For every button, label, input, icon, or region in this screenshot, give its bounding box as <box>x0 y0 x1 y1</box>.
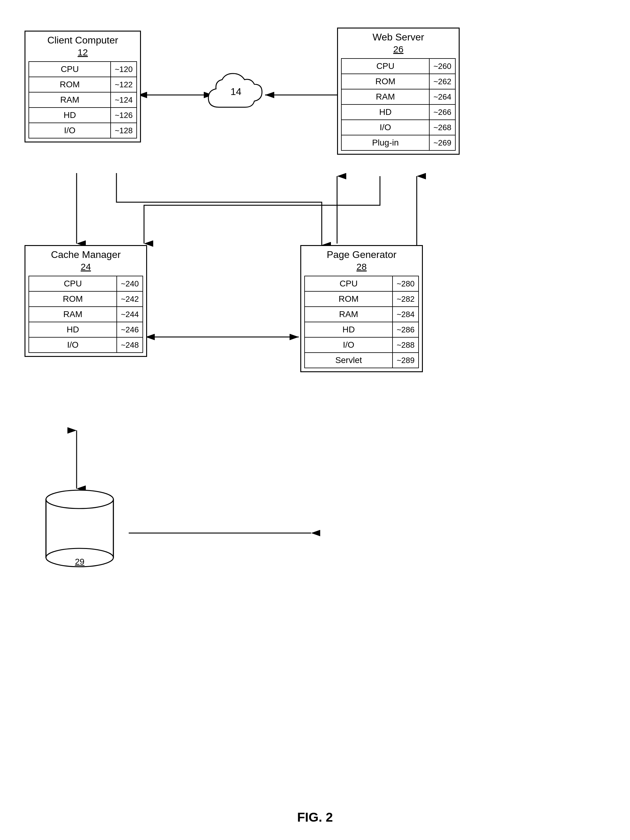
web-server-id: 26 <box>341 44 456 55</box>
client-ram-label: RAM <box>29 93 111 107</box>
ws-ram-row: RAM ~264 <box>342 90 455 105</box>
cache-manager-title: Cache Manager <box>28 249 143 261</box>
figure-label: FIG. 2 <box>297 810 333 825</box>
cm-cpu-label: CPU <box>29 276 117 291</box>
ws-hd-ref: ~266 <box>429 105 455 120</box>
web-server-title: Web Server <box>341 32 456 43</box>
ws-ram-ref: ~264 <box>429 90 455 104</box>
cm-ram-ref: ~244 <box>117 307 142 322</box>
client-cpu-label: CPU <box>29 62 111 77</box>
pg-ram-ref: ~284 <box>393 307 418 322</box>
cm-hd-label: HD <box>29 322 117 337</box>
cm-io-ref: ~248 <box>117 338 142 352</box>
ws-cpu-ref: ~260 <box>429 59 455 74</box>
client-rom-ref: ~122 <box>111 77 136 92</box>
ws-rom-label: ROM <box>342 74 429 89</box>
web-server-table: CPU ~260 ROM ~262 RAM ~264 HD ~266 I/O ~… <box>341 58 456 151</box>
client-hd-row: HD ~126 <box>29 108 136 123</box>
pg-io-label: I/O <box>305 338 393 352</box>
client-computer-box: Client Computer 12 CPU ~120 ROM ~122 RAM… <box>25 31 141 142</box>
ws-io-row: I/O ~268 <box>342 120 455 136</box>
page-generator-title: Page Generator <box>304 249 419 261</box>
client-io-label: I/O <box>29 123 111 138</box>
cache-manager-table: CPU ~240 ROM ~242 RAM ~244 HD ~246 I/O ~… <box>28 276 143 353</box>
pg-ram-row: RAM ~284 <box>305 307 418 322</box>
client-computer-title: Client Computer <box>28 35 137 46</box>
network-cloud: 14 <box>202 64 270 126</box>
pg-servlet-label: Servlet <box>305 353 393 368</box>
pg-cpu-label: CPU <box>305 276 393 291</box>
ws-plugin-ref: ~269 <box>429 136 455 150</box>
svg-text:14: 14 <box>231 86 242 97</box>
cm-rom-label: ROM <box>29 292 117 306</box>
cm-io-label: I/O <box>29 338 117 352</box>
ws-io-label: I/O <box>342 120 429 135</box>
client-cpu-ref: ~120 <box>111 62 136 77</box>
cm-rom-row: ROM ~242 <box>29 292 142 307</box>
diagram-container: Client Computer 12 CPU ~120 ROM ~122 RAM… <box>12 12 618 815</box>
cache-manager-box: Cache Manager 24 CPU ~240 ROM ~242 RAM ~… <box>25 245 147 357</box>
pg-rom-label: ROM <box>305 292 393 306</box>
client-ram-ref: ~124 <box>111 93 136 107</box>
cm-rom-ref: ~242 <box>117 292 142 306</box>
database-id: 29 <box>75 557 84 567</box>
client-computer-table: CPU ~120 ROM ~122 RAM ~124 HD ~126 I/O ~… <box>28 61 137 139</box>
pg-cpu-row: CPU ~280 <box>305 276 418 292</box>
client-hd-ref: ~126 <box>111 108 136 123</box>
pg-cpu-ref: ~280 <box>393 276 418 291</box>
ws-rom-ref: ~262 <box>429 74 455 89</box>
ws-ram-label: RAM <box>342 90 429 104</box>
ws-hd-row: HD ~266 <box>342 105 455 120</box>
svg-point-15 <box>46 490 114 508</box>
client-io-ref: ~128 <box>111 123 136 138</box>
pg-rom-ref: ~282 <box>393 292 418 306</box>
cloud-svg: 14 <box>202 64 270 126</box>
page-generator-box: Page Generator 28 CPU ~280 ROM ~282 RAM … <box>300 245 423 372</box>
cm-io-row: I/O ~248 <box>29 338 142 352</box>
pg-ram-label: RAM <box>305 307 393 322</box>
cm-ram-row: RAM ~244 <box>29 307 142 322</box>
pg-rom-row: ROM ~282 <box>305 292 418 307</box>
cache-manager-id: 24 <box>28 262 143 272</box>
client-hd-label: HD <box>29 108 111 123</box>
ws-cpu-row: CPU ~260 <box>342 59 455 74</box>
pg-hd-label: HD <box>305 322 393 337</box>
ws-plugin-label: Plug-in <box>342 136 429 150</box>
client-io-row: I/O ~128 <box>29 123 136 138</box>
pg-hd-ref: ~286 <box>393 322 418 337</box>
page-generator-table: CPU ~280 ROM ~282 RAM ~284 HD ~286 I/O ~… <box>304 276 419 368</box>
ws-hd-label: HD <box>342 105 429 120</box>
client-computer-id: 12 <box>28 47 137 58</box>
cm-hd-row: HD ~246 <box>29 322 142 338</box>
client-rom-label: ROM <box>29 77 111 92</box>
client-rom-row: ROM ~122 <box>29 77 136 93</box>
ws-cpu-label: CPU <box>342 59 429 74</box>
page-generator-id: 28 <box>304 262 419 272</box>
pg-io-ref: ~288 <box>393 338 418 352</box>
web-server-box: Web Server 26 CPU ~260 ROM ~262 RAM ~264… <box>337 28 459 155</box>
ws-plugin-row: Plug-in ~269 <box>342 136 455 150</box>
client-cpu-row: CPU ~120 <box>29 62 136 77</box>
client-ram-row: RAM ~124 <box>29 93 136 108</box>
ws-rom-row: ROM ~262 <box>342 74 455 90</box>
pg-hd-row: HD ~286 <box>305 322 418 338</box>
cm-hd-ref: ~246 <box>117 322 142 337</box>
ws-io-ref: ~268 <box>429 120 455 135</box>
pg-servlet-ref: ~289 <box>393 353 418 368</box>
pg-io-row: I/O ~288 <box>305 338 418 353</box>
database-container: 29 <box>43 484 117 570</box>
pg-servlet-row: Servlet ~289 <box>305 353 418 368</box>
cm-cpu-ref: ~240 <box>117 276 142 291</box>
cm-cpu-row: CPU ~240 <box>29 276 142 292</box>
cm-ram-label: RAM <box>29 307 117 322</box>
